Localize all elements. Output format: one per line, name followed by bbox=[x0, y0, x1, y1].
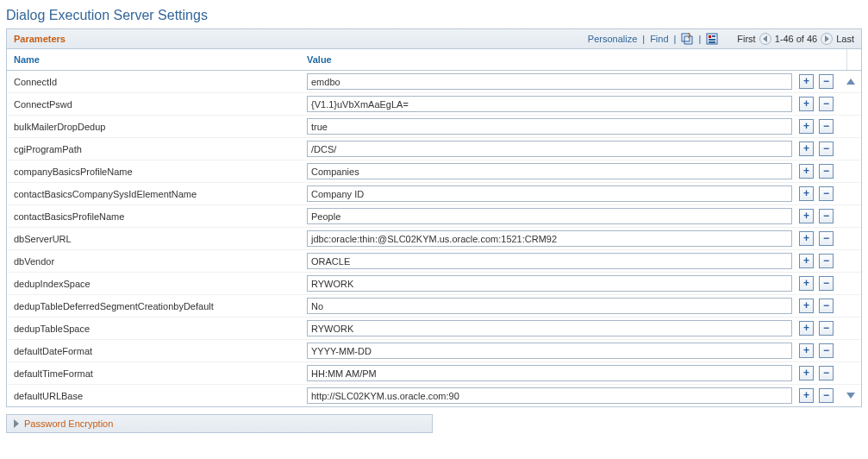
add-row-button[interactable]: + bbox=[799, 141, 814, 156]
delete-row-button[interactable]: − bbox=[819, 97, 834, 111]
param-value-input[interactable] bbox=[307, 96, 792, 112]
add-row-button[interactable]: + bbox=[799, 186, 814, 201]
param-value-input[interactable] bbox=[307, 253, 792, 269]
param-name: ConnectId bbox=[10, 77, 303, 87]
delete-row-button[interactable]: − bbox=[819, 209, 834, 223]
delete-row-button[interactable]: − bbox=[819, 119, 834, 134]
password-encryption-section[interactable]: Password Encryption bbox=[6, 414, 433, 433]
delete-row-button[interactable]: − bbox=[819, 141, 834, 156]
param-value-cell bbox=[303, 253, 796, 269]
delete-row-button[interactable]: − bbox=[819, 321, 834, 336]
param-name: bulkMailerDropDedup bbox=[10, 122, 303, 132]
separator: | bbox=[698, 34, 701, 44]
param-value-input[interactable] bbox=[307, 230, 792, 247]
parameters-grid: Parameters Personalize | Find | | First … bbox=[6, 28, 862, 407]
nav-next-icon[interactable] bbox=[821, 33, 833, 45]
row-actions: +− bbox=[796, 141, 844, 156]
column-header-actions bbox=[798, 49, 846, 70]
column-header-value[interactable]: Value bbox=[300, 49, 798, 70]
delete-row-button[interactable]: − bbox=[819, 366, 834, 380]
delete-row-button[interactable]: − bbox=[819, 254, 834, 268]
delete-row-button[interactable]: − bbox=[819, 388, 834, 403]
find-link[interactable]: Find bbox=[650, 34, 668, 44]
param-value-input[interactable] bbox=[307, 320, 792, 336]
param-value-cell bbox=[303, 118, 796, 135]
row-actions: +− bbox=[796, 321, 844, 336]
param-name: defaultDateFormat bbox=[10, 346, 303, 356]
param-name: defaultURLBase bbox=[10, 391, 303, 401]
delete-row-button[interactable]: − bbox=[819, 276, 834, 291]
add-row-button[interactable]: + bbox=[799, 74, 814, 89]
scroll-down-icon[interactable] bbox=[846, 393, 855, 399]
param-name: cgiProgramPath bbox=[10, 144, 303, 154]
grid-tools: Personalize | Find | | First 1-46 of 46 … bbox=[588, 33, 854, 45]
param-value-cell bbox=[303, 365, 796, 381]
table-row: dedupTableDeferredSegmentCreationbyDefau… bbox=[7, 294, 861, 317]
table-row: defaultURLBase+− bbox=[7, 384, 861, 406]
delete-row-button[interactable]: − bbox=[819, 164, 834, 179]
add-row-button[interactable]: + bbox=[799, 254, 814, 268]
param-name: companyBasicsProfileName bbox=[10, 167, 303, 177]
param-value-input[interactable] bbox=[307, 275, 792, 292]
param-value-cell bbox=[303, 73, 796, 90]
param-value-input[interactable] bbox=[307, 343, 792, 359]
add-row-button[interactable]: + bbox=[799, 388, 814, 403]
svg-rect-5 bbox=[709, 41, 715, 43]
table-row: dedupTableSpace+− bbox=[7, 317, 861, 339]
row-actions: +− bbox=[796, 299, 844, 313]
param-value-cell bbox=[303, 320, 796, 336]
expand-icon bbox=[14, 419, 19, 428]
table-row: ConnectId+− bbox=[7, 71, 861, 92]
param-value-input[interactable] bbox=[307, 141, 792, 157]
add-row-button[interactable]: + bbox=[799, 231, 814, 246]
table-row: dbVendor+− bbox=[7, 249, 861, 272]
param-value-input[interactable] bbox=[307, 365, 792, 381]
add-row-button[interactable]: + bbox=[799, 119, 814, 134]
table-row: defaultDateFormat+− bbox=[7, 339, 861, 362]
add-row-button[interactable]: + bbox=[799, 299, 814, 313]
param-value-input[interactable] bbox=[307, 118, 792, 135]
nav-last[interactable]: Last bbox=[836, 34, 854, 44]
row-actions: +− bbox=[796, 276, 844, 291]
separator: | bbox=[674, 34, 677, 44]
param-name: dedupIndexSpace bbox=[10, 279, 303, 289]
param-value-input[interactable] bbox=[307, 73, 792, 90]
scroll-gutter bbox=[844, 393, 858, 399]
param-value-input[interactable] bbox=[307, 208, 792, 224]
delete-row-button[interactable]: − bbox=[819, 186, 834, 201]
svg-rect-3 bbox=[712, 35, 715, 37]
row-actions: +− bbox=[796, 343, 844, 358]
add-row-button[interactable]: + bbox=[799, 366, 814, 380]
param-value-cell bbox=[303, 275, 796, 292]
nav-counter: 1-46 of 46 bbox=[775, 34, 818, 44]
personalize-link[interactable]: Personalize bbox=[588, 34, 637, 44]
add-row-button[interactable]: + bbox=[799, 164, 814, 179]
param-value-input[interactable] bbox=[307, 185, 792, 202]
add-row-button[interactable]: + bbox=[799, 276, 814, 291]
nav-prev-icon[interactable] bbox=[759, 33, 771, 45]
delete-row-button[interactable]: − bbox=[819, 74, 834, 89]
param-value-input[interactable] bbox=[307, 163, 792, 179]
nav-first[interactable]: First bbox=[737, 34, 755, 44]
param-name: dbVendor bbox=[10, 256, 303, 267]
param-name: contactBasicsCompanySysIdElementName bbox=[10, 189, 303, 199]
delete-row-button[interactable]: − bbox=[819, 299, 834, 313]
delete-row-button[interactable]: − bbox=[819, 343, 834, 358]
add-row-button[interactable]: + bbox=[799, 97, 814, 111]
download-icon[interactable] bbox=[706, 33, 718, 45]
table-row: ConnectPswd+− bbox=[7, 92, 861, 115]
row-actions: +− bbox=[796, 209, 844, 223]
scroll-up-icon[interactable] bbox=[846, 79, 855, 85]
add-row-button[interactable]: + bbox=[799, 343, 814, 358]
column-header-name[interactable]: Name bbox=[7, 49, 300, 70]
table-row: dbServerURL+− bbox=[7, 227, 861, 249]
param-name: defaultTimeFormat bbox=[10, 368, 303, 379]
zoom-icon[interactable] bbox=[681, 33, 693, 45]
delete-row-button[interactable]: − bbox=[819, 231, 834, 246]
param-value-cell bbox=[303, 208, 796, 224]
table-row: cgiProgramPath+− bbox=[7, 137, 861, 160]
param-value-input[interactable] bbox=[307, 387, 792, 404]
add-row-button[interactable]: + bbox=[799, 209, 814, 223]
param-value-input[interactable] bbox=[307, 298, 792, 314]
add-row-button[interactable]: + bbox=[799, 321, 814, 336]
